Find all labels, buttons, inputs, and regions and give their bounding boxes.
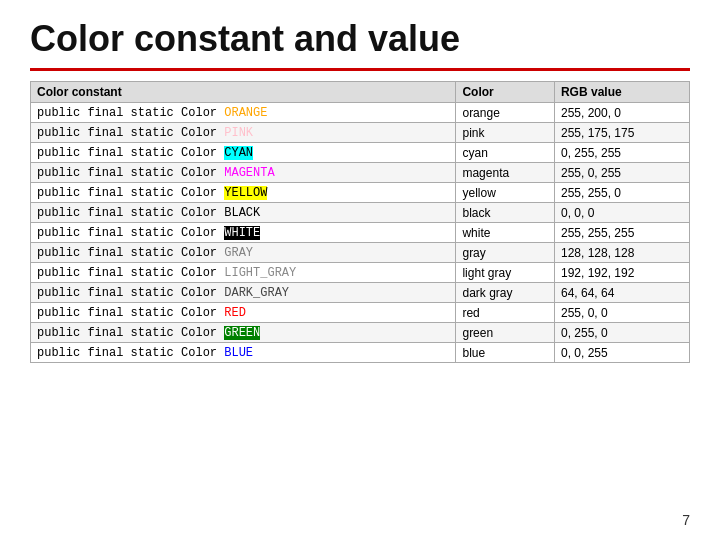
constant-prefix: public final static Color <box>37 266 224 280</box>
rgb-cell: 0, 255, 0 <box>554 323 689 343</box>
rgb-cell: 255, 200, 0 <box>554 103 689 123</box>
constant-prefix: public final static Color <box>37 106 224 120</box>
constant-name: BLACK <box>224 206 260 220</box>
constant-cell: public final static Color WHITE <box>31 223 456 243</box>
constant-cell: public final static Color GREEN <box>31 323 456 343</box>
constant-prefix: public final static Color <box>37 166 224 180</box>
table-row: public final static Color DARK_GRAYdark … <box>31 283 690 303</box>
red-divider <box>30 68 690 71</box>
rgb-cell: 255, 255, 255 <box>554 223 689 243</box>
constant-name: GREEN <box>224 326 260 340</box>
table-row: public final static Color GRAYgray128, 1… <box>31 243 690 263</box>
constant-prefix: public final static Color <box>37 346 224 360</box>
constant-prefix: public final static Color <box>37 186 224 200</box>
rgb-cell: 255, 0, 0 <box>554 303 689 323</box>
constant-cell: public final static Color YELLOW <box>31 183 456 203</box>
constant-prefix: public final static Color <box>37 226 224 240</box>
rgb-cell: 0, 0, 0 <box>554 203 689 223</box>
constant-name: PINK <box>224 126 253 140</box>
table-row: public final static Color YELLOWyellow25… <box>31 183 690 203</box>
color-name-cell: light gray <box>456 263 555 283</box>
constant-name: GRAY <box>224 246 253 260</box>
color-name-cell: pink <box>456 123 555 143</box>
table-row: public final static Color REDred255, 0, … <box>31 303 690 323</box>
table-row: public final static Color BLACKblack0, 0… <box>31 203 690 223</box>
table-row: public final static Color LIGHT_GRAYligh… <box>31 263 690 283</box>
rgb-cell: 255, 255, 0 <box>554 183 689 203</box>
constant-cell: public final static Color PINK <box>31 123 456 143</box>
table-row: public final static Color ORANGEorange25… <box>31 103 690 123</box>
rgb-cell: 64, 64, 64 <box>554 283 689 303</box>
constant-prefix: public final static Color <box>37 146 224 160</box>
constant-prefix: public final static Color <box>37 326 224 340</box>
rgb-cell: 255, 175, 175 <box>554 123 689 143</box>
constant-prefix: public final static Color <box>37 306 224 320</box>
color-name-cell: cyan <box>456 143 555 163</box>
constant-name: LIGHT_GRAY <box>224 266 296 280</box>
color-name-cell: yellow <box>456 183 555 203</box>
color-name-cell: green <box>456 323 555 343</box>
rgb-cell: 255, 0, 255 <box>554 163 689 183</box>
color-name-cell: red <box>456 303 555 323</box>
color-name-cell: blue <box>456 343 555 363</box>
table-row: public final static Color WHITEwhite255,… <box>31 223 690 243</box>
constant-cell: public final static Color CYAN <box>31 143 456 163</box>
constant-name: YELLOW <box>224 186 267 200</box>
constant-name: ORANGE <box>224 106 267 120</box>
constant-cell: public final static Color RED <box>31 303 456 323</box>
page-title: Color constant and value <box>0 0 720 68</box>
color-name-cell: black <box>456 203 555 223</box>
rgb-cell: 0, 0, 255 <box>554 343 689 363</box>
color-name-cell: gray <box>456 243 555 263</box>
color-name-cell: orange <box>456 103 555 123</box>
page-number: 7 <box>682 512 690 528</box>
constant-cell: public final static Color BLUE <box>31 343 456 363</box>
rgb-cell: 192, 192, 192 <box>554 263 689 283</box>
constant-cell: public final static Color MAGENTA <box>31 163 456 183</box>
constant-prefix: public final static Color <box>37 206 224 220</box>
color-name-cell: magenta <box>456 163 555 183</box>
constant-name: RED <box>224 306 246 320</box>
table-row: public final static Color BLUEblue0, 0, … <box>31 343 690 363</box>
constant-cell: public final static Color LIGHT_GRAY <box>31 263 456 283</box>
header-rgb: RGB value <box>554 82 689 103</box>
constant-name: CYAN <box>224 146 253 160</box>
color-table: Color constant Color RGB value public fi… <box>30 81 690 363</box>
rgb-cell: 0, 255, 255 <box>554 143 689 163</box>
constant-cell: public final static Color ORANGE <box>31 103 456 123</box>
color-name-cell: dark gray <box>456 283 555 303</box>
header-constant: Color constant <box>31 82 456 103</box>
constant-name: MAGENTA <box>224 166 274 180</box>
constant-cell: public final static Color DARK_GRAY <box>31 283 456 303</box>
table-row: public final static Color PINKpink255, 1… <box>31 123 690 143</box>
table-row: public final static Color CYANcyan0, 255… <box>31 143 690 163</box>
constant-cell: public final static Color BLACK <box>31 203 456 223</box>
constant-prefix: public final static Color <box>37 126 224 140</box>
header-color: Color <box>456 82 555 103</box>
constant-name: BLUE <box>224 346 253 360</box>
table-row: public final static Color MAGENTAmagenta… <box>31 163 690 183</box>
constant-prefix: public final static Color <box>37 246 224 260</box>
table-row: public final static Color GREENgreen0, 2… <box>31 323 690 343</box>
constant-prefix: public final static Color <box>37 286 224 300</box>
constant-name: DARK_GRAY <box>224 286 289 300</box>
constant-cell: public final static Color GRAY <box>31 243 456 263</box>
color-name-cell: white <box>456 223 555 243</box>
constant-name: WHITE <box>224 226 260 240</box>
rgb-cell: 128, 128, 128 <box>554 243 689 263</box>
color-table-container: Color constant Color RGB value public fi… <box>30 81 690 363</box>
